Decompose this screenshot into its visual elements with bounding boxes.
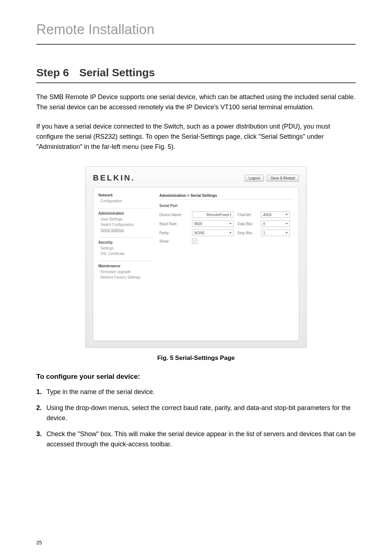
baud-rate-select[interactable]: 9600	[192, 220, 234, 227]
charset-select[interactable]: ANSI	[261, 211, 290, 218]
paragraph-2: If you have a serial device connected to…	[36, 122, 356, 152]
show-label: Show:	[159, 239, 188, 243]
step-1-num: 1.	[36, 387, 42, 397]
sidebar-administration-head[interactable]: Administration	[98, 211, 153, 215]
sidebar-item-ssl-certificate[interactable]: SSL Certificate	[98, 251, 153, 256]
device-name-label: Device Name:	[159, 213, 188, 217]
step-3-text: Check the "Show" box. This will make the…	[46, 430, 356, 448]
stop-bits-select[interactable]: 1	[261, 230, 290, 236]
baud-rate-label: Baud Rate:	[159, 222, 188, 226]
screenshot-panel: BELKIN. Logout Save & Restart Network Co…	[85, 166, 307, 348]
page-title: Remote Installation	[36, 22, 356, 45]
screenshot-body: Network Configuration Administration Use…	[93, 187, 299, 341]
sidebar-maintenance-head[interactable]: Maintenance	[98, 264, 153, 268]
page-number: 25	[36, 540, 42, 545]
figure-caption: Fig. 5 Serial-Settings Page	[157, 354, 235, 362]
sidebar-item-user-settings[interactable]: User Settings	[98, 216, 153, 222]
stop-bits-label: Stop Bits:	[237, 231, 257, 235]
parity-select[interactable]: NONE	[192, 230, 234, 236]
screenshot-content: Administration > Serial Settings Serial …	[159, 193, 294, 335]
breadcrumb: Administration > Serial Settings	[159, 193, 294, 198]
step-title: Serial Settings	[79, 66, 155, 78]
charset-label: CharSet:	[237, 213, 257, 217]
sidebar-item-firmware-upgrade[interactable]: Firmware Upgrade	[98, 269, 153, 275]
parity-label: Parity:	[159, 231, 188, 235]
sidebar-item-settings[interactable]: Settings	[98, 245, 153, 251]
figure-5: BELKIN. Logout Save & Restart Network Co…	[36, 166, 356, 362]
data-bits-label: Data Bits:	[237, 222, 257, 226]
serial-form: Device Name: RemotePower1 CharSet: ANSI …	[159, 211, 294, 244]
screenshot-sidebar: Network Configuration Administration Use…	[98, 193, 153, 335]
header-buttons: Logout Save & Restart	[245, 175, 299, 182]
sidebar-item-configuration[interactable]: Configuration	[98, 198, 153, 204]
step-2-num: 2.	[36, 403, 42, 413]
device-name-input[interactable]: RemotePower1	[192, 211, 234, 218]
step-1-text: Type in the name of the serial device.	[46, 388, 155, 395]
section-serial-port: Serial Port	[159, 204, 294, 208]
screenshot-header: BELKIN. Logout Save & Restart	[93, 173, 299, 183]
save-restart-button[interactable]: Save & Restart	[267, 175, 299, 182]
logout-button[interactable]: Logout	[245, 175, 264, 182]
sidebar-network-head[interactable]: Network	[98, 193, 153, 197]
data-bits-select[interactable]: 8	[261, 220, 290, 227]
sidebar-security-head[interactable]: Security	[98, 240, 153, 244]
paragraph-1: The SMB Remote IP Device supports one se…	[36, 92, 356, 113]
step-1: 1. Type in the name of the serial device…	[46, 387, 356, 397]
configure-steps: 1. Type in the name of the serial device…	[36, 387, 356, 449]
belkin-logo: BELKIN.	[93, 173, 135, 183]
sidebar-item-switch-configuration[interactable]: Switch Configuration	[98, 222, 153, 227]
step-3: 3. Check the "Show" box. This will make …	[46, 429, 356, 450]
show-checkbox[interactable]: ✓	[192, 239, 197, 244]
sidebar-item-restore-factory[interactable]: Restore Factory Settings	[98, 275, 153, 280]
step-3-num: 3.	[36, 429, 42, 439]
sidebar-item-serial-settings[interactable]: Serial Settings	[98, 227, 153, 233]
step-heading: Step 6 Serial Settings	[36, 66, 356, 83]
step-2: 2. Using the drop-down menus, select the…	[46, 403, 356, 423]
configure-subheading: To configure your serial device:	[36, 373, 356, 381]
step-number: Step 6	[36, 66, 69, 78]
step-2-text: Using the drop-down menus, select the co…	[46, 404, 351, 422]
